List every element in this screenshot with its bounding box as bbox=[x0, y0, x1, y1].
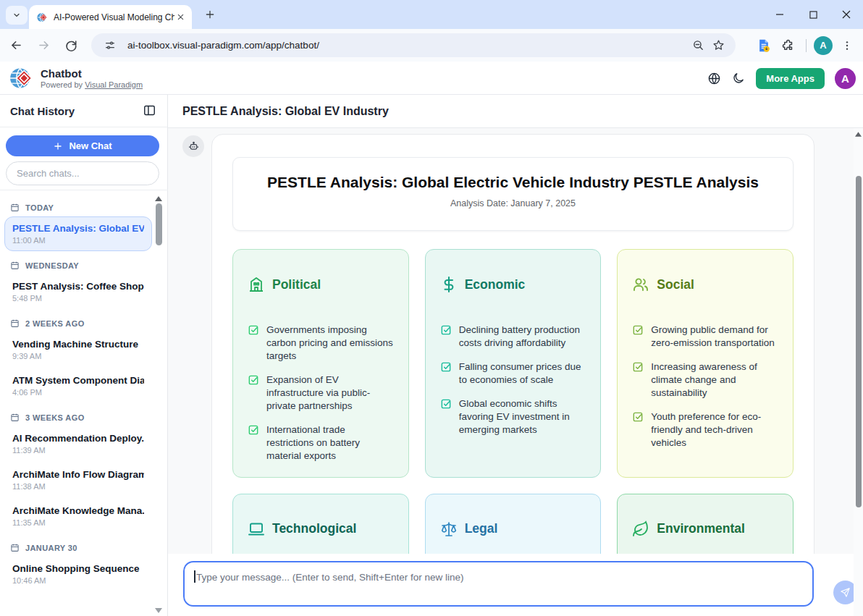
chat-history-item[interactable]: PESTLE Analysis: Global EV In...11:00 AM bbox=[4, 216, 152, 251]
pestle-category-card: Legal bbox=[425, 494, 602, 554]
dark-mode-moon-icon[interactable] bbox=[731, 71, 746, 85]
minimize-button[interactable] bbox=[763, 0, 796, 29]
extensions-icon[interactable] bbox=[778, 35, 799, 56]
chat-item-time: 11:38 AM bbox=[12, 482, 144, 491]
chat-history-item[interactable]: ATM System Component Dia...4:06 PM bbox=[4, 368, 152, 403]
category-title: Social bbox=[657, 277, 694, 292]
chat-history-list: TODAYPESTLE Analysis: Global EV In...11:… bbox=[0, 190, 168, 616]
government-building-icon bbox=[248, 276, 265, 293]
calendar-icon bbox=[10, 543, 20, 552]
chat-item-title: AI Recommendation Deploy... bbox=[12, 433, 144, 444]
chat-history-item[interactable]: ArchiMate Knowledge Mana...11:35 AM bbox=[4, 499, 152, 533]
tab-title: AI-Powered Visual Modeling Ch bbox=[54, 12, 174, 22]
pestle-grid: PoliticalGovernments imposing carbon pri… bbox=[232, 249, 793, 554]
chat-group-header: TODAY bbox=[10, 203, 152, 212]
maximize-button[interactable] bbox=[796, 0, 830, 29]
checkbox-icon bbox=[248, 374, 259, 385]
browser-menu-icon[interactable] bbox=[837, 35, 857, 56]
leaf-icon bbox=[632, 520, 649, 538]
chat-item-title: PEST Analysis: Coffee Shop S... bbox=[12, 281, 144, 292]
main-content: PESTLE Analysis: Global EV Industry PEST… bbox=[168, 95, 863, 616]
address-bar[interactable]: ai-toolbox.visual-paradigm.com/app/chatb… bbox=[91, 33, 736, 57]
browser-profile-avatar[interactable]: A bbox=[814, 36, 833, 55]
pestle-category-card: SocialGrowing public demand for zero-emi… bbox=[617, 249, 793, 478]
scales-icon bbox=[440, 520, 458, 538]
chat-item-title: PESTLE Analysis: Global EV In... bbox=[12, 223, 144, 234]
forward-button[interactable] bbox=[32, 34, 55, 57]
chat-item-time: 11:35 AM bbox=[12, 518, 144, 527]
category-title: Legal bbox=[465, 521, 498, 536]
app-title: Chatbot bbox=[41, 67, 143, 80]
collapse-sidebar-icon[interactable] bbox=[143, 104, 157, 118]
page-title: PESTLE Analysis: Global EV Industry bbox=[182, 105, 389, 118]
category-title: Environmental bbox=[657, 521, 745, 536]
chat-item-time: 11:39 AM bbox=[12, 446, 144, 455]
checkbox-icon bbox=[440, 397, 452, 409]
main-scroll-up-icon[interactable] bbox=[855, 132, 862, 137]
chat-item-title: ArchiMate Knowledge Mana... bbox=[12, 505, 144, 516]
analysis-title: PESTLE Analysis: Global Electric Vehicle… bbox=[248, 174, 778, 191]
close-window-button[interactable] bbox=[830, 0, 863, 29]
chat-history-item[interactable]: ArchiMate Info Flow Diagram11:38 AM bbox=[4, 463, 152, 497]
app-header: Chatbot Powered by Visual Paradigm More … bbox=[0, 62, 863, 95]
category-point: International trade restrictions on batt… bbox=[248, 423, 394, 463]
message-input[interactable] bbox=[183, 561, 814, 607]
site-settings-icon[interactable] bbox=[100, 35, 120, 56]
text-caret bbox=[194, 570, 195, 583]
checkbox-icon bbox=[632, 324, 644, 335]
tab-favicon bbox=[36, 12, 48, 23]
language-globe-icon[interactable] bbox=[707, 71, 721, 85]
checkbox-icon bbox=[440, 324, 452, 335]
sidebar-scrollbar-thumb[interactable] bbox=[156, 203, 162, 245]
user-avatar[interactable]: A bbox=[835, 68, 856, 89]
chat-item-time: 11:00 AM bbox=[12, 236, 144, 245]
main-scrollbar[interactable] bbox=[854, 128, 863, 616]
message-input-bar bbox=[168, 554, 863, 616]
back-button[interactable] bbox=[4, 34, 28, 57]
chat-history-item[interactable]: AI Recommendation Deploy...11:39 AM bbox=[4, 426, 152, 461]
chat-item-title: Online Shopping Sequence bbox=[12, 563, 144, 574]
category-title: Economic bbox=[465, 277, 526, 292]
dollar-icon bbox=[440, 276, 458, 293]
chat-group-header: 3 WEEKS AGO bbox=[10, 413, 152, 422]
category-point: Declining battery production costs drivi… bbox=[440, 324, 586, 350]
reload-button[interactable] bbox=[59, 34, 83, 57]
chat-history-item[interactable]: Vending Machine Structure9:39 AM bbox=[4, 332, 152, 367]
calendar-icon bbox=[10, 413, 20, 422]
chat-history-item[interactable]: Online Shopping Sequence10:46 AM bbox=[4, 557, 152, 591]
new-chat-button[interactable]: New Chat bbox=[6, 135, 159, 156]
pestle-category-card: Environmental bbox=[617, 494, 793, 554]
analysis-date: Analysis Date: January 7, 2025 bbox=[248, 198, 778, 208]
main-scrollbar-thumb[interactable] bbox=[856, 176, 862, 507]
tab-close-icon[interactable] bbox=[174, 12, 186, 23]
more-apps-button[interactable]: More Apps bbox=[756, 68, 825, 89]
sidebar-scroll-down-icon[interactable] bbox=[155, 608, 162, 613]
chat-item-title: ATM System Component Dia... bbox=[12, 375, 144, 386]
chat-history-item[interactable]: PEST Analysis: Coffee Shop S...5:48 PM bbox=[4, 274, 152, 309]
browser-window: AI-Powered Visual Modeling Ch bbox=[0, 0, 863, 616]
checkbox-icon bbox=[248, 324, 259, 335]
checkbox-icon bbox=[632, 360, 644, 372]
new-tab-button[interactable] bbox=[203, 7, 217, 22]
powered-by: Powered by Visual Paradigm bbox=[41, 80, 143, 89]
url-text: ai-toolbox.visual-paradigm.com/app/chatb… bbox=[127, 40, 688, 51]
tab-search-chevron-icon[interactable] bbox=[6, 6, 28, 25]
search-chats-input[interactable] bbox=[6, 161, 159, 185]
category-title: Technological bbox=[272, 521, 356, 536]
assistant-message-card: PESTLE Analysis: Global Electric Vehicle… bbox=[211, 134, 814, 554]
chat-history-sidebar: Chat History New Chat TODAYPESTLE Analys… bbox=[0, 95, 168, 616]
visual-paradigm-link[interactable]: Visual Paradigm bbox=[85, 80, 143, 89]
chat-area[interactable]: PESTLE Analysis: Global Electric Vehicle… bbox=[168, 128, 863, 554]
checkbox-icon bbox=[248, 423, 259, 435]
sidebar-scroll-up-icon[interactable] bbox=[155, 196, 162, 201]
category-point: Youth preference for eco-friendly and te… bbox=[632, 410, 778, 450]
category-point: Global economic shifts favoring EV inves… bbox=[440, 397, 586, 436]
calendar-icon bbox=[10, 261, 20, 270]
pestle-category-card: Technological bbox=[232, 494, 409, 554]
browser-tab[interactable]: AI-Powered Visual Modeling Ch bbox=[29, 5, 192, 29]
zoom-indicator-icon[interactable] bbox=[688, 35, 708, 56]
docs-download-icon[interactable] bbox=[754, 35, 774, 56]
chat-group-header: 2 WEEKS AGO bbox=[10, 318, 152, 328]
bookmark-star-icon[interactable] bbox=[708, 35, 728, 56]
calendar-icon bbox=[10, 318, 20, 328]
